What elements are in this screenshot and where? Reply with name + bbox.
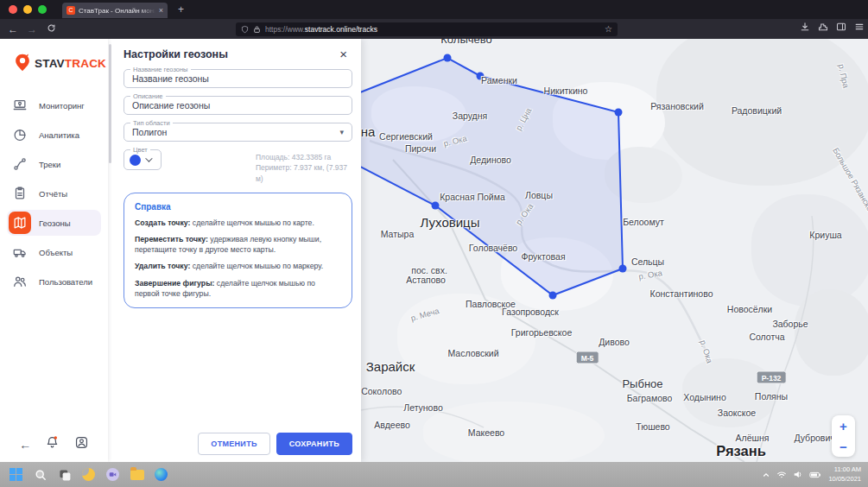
sidebar-item-geozones[interactable]: Геозоны [7, 210, 101, 236]
search-icon[interactable] [33, 467, 48, 482]
map-label: Заокское [718, 408, 756, 418]
map-label: Раменки [481, 75, 517, 85]
clipboard-icon [9, 182, 31, 205]
clock[interactable]: 11:00 AM 10/05/2021 [828, 465, 861, 484]
logo-text: STAVTRACK [35, 57, 106, 70]
area-type-select[interactable]: Тип области Полигон ▾ [124, 123, 352, 142]
tray-date: 10/05/2021 [828, 475, 861, 484]
sidebar-toggle-icon[interactable] [836, 22, 846, 32]
help-item: Переместить точку: удерживая левую кнопк… [135, 234, 341, 255]
reload-button[interactable] [41, 23, 60, 35]
menu-icon[interactable] [854, 22, 865, 32]
tray-expand-icon[interactable] [762, 471, 770, 479]
geozone-description-value: Описание геозоны [132, 100, 344, 111]
geozone-name-field[interactable]: Название геозоны Название геозоны [124, 69, 352, 88]
meet-app-icon[interactable] [105, 467, 120, 482]
map-label: р. Ока [514, 202, 535, 227]
map-label: р. Цна [514, 106, 534, 132]
map-label: Ходынино [683, 392, 725, 402]
browser-tab[interactable]: С СтавТрак - Онлайн мониторин × [62, 3, 168, 18]
help-item: Завершение фигуры: сделайте щелчок мышью… [135, 278, 341, 299]
back-button[interactable]: ← [3, 23, 22, 35]
road-badge: Р-132 [757, 371, 787, 384]
map-label: Зарудня [453, 111, 487, 121]
app-sidebar: STAVTRACK Мониторинг Аналитика Треки [0, 39, 108, 462]
account-icon[interactable] [74, 435, 89, 453]
map-label: р. Ока [442, 133, 467, 148]
area-type-label: Тип области [130, 119, 173, 127]
tab-title: СтавТрак - Онлайн мониторин [79, 7, 155, 15]
sidebar-item-reports[interactable]: Отчёты [7, 180, 101, 206]
new-tab-button[interactable]: + [178, 3, 184, 16]
app-area: КолычевоРаменкиНикиткиноРязановскийРадов… [0, 39, 868, 462]
map-label: Баграмово [627, 393, 673, 403]
color-picker[interactable]: Цвет [124, 149, 162, 170]
window-minimize-button[interactable] [23, 5, 32, 14]
map-label: -Соколово [358, 386, 402, 396]
map-label: Макеево [468, 427, 504, 438]
zoom-out-button[interactable]: − [832, 436, 855, 457]
color-label: Цвет [130, 146, 150, 154]
url-text: https://www.stavtrack.online/tracks [265, 25, 600, 34]
task-view-icon[interactable] [57, 467, 72, 482]
users-icon [9, 270, 31, 293]
map-label: Рязань [716, 443, 766, 459]
downloads-icon[interactable] [800, 22, 810, 32]
sidebar-item-analytics[interactable]: Аналитика [7, 122, 101, 148]
map-label: Колычево [440, 39, 491, 46]
wifi-icon[interactable] [776, 470, 787, 479]
map-label: Рыбное [622, 377, 662, 390]
geozone-description-field[interactable]: Описание Описание геозоны [124, 96, 352, 115]
sidebar-item-objects[interactable]: Объекты [7, 239, 101, 265]
road-badge: М-5 [576, 351, 599, 364]
save-button[interactable]: СОХРАНИТЬ [276, 433, 352, 455]
url-bar[interactable]: https://www.stavtrack.online/tracks ☆ [236, 22, 618, 36]
geozones-map-icon [9, 212, 31, 234]
start-button-icon[interactable] [9, 467, 23, 482]
screen: С СтавТрак - Онлайн мониторин × + ← → ht… [0, 0, 868, 487]
nightlight-app-icon[interactable] [81, 467, 96, 482]
tab-favicon-icon: С [67, 6, 75, 15]
map-label: Новосёлки [727, 304, 772, 314]
extensions-icon[interactable] [818, 22, 828, 32]
window-close-button[interactable] [9, 5, 17, 14]
panel-close-icon[interactable]: × [339, 47, 347, 60]
help-title: Справка [135, 202, 341, 212]
map-label: Дивово [599, 337, 630, 347]
system-tray: 11:00 AM 10/05/2021 [762, 462, 861, 487]
color-swatch[interactable] [130, 155, 141, 166]
sidebar-item-monitoring[interactable]: Мониторинг [7, 92, 101, 118]
map-label: р. Ока [637, 268, 662, 281]
browser-toolbar: ← → https://www.stavtrack.online/tracks … [0, 19, 868, 39]
tray-time: 11:00 AM [828, 465, 861, 475]
bookmark-star-icon[interactable]: ☆ [605, 24, 612, 34]
monitoring-icon [9, 94, 31, 117]
shield-icon[interactable] [241, 25, 249, 34]
panel-scrollbar[interactable] [109, 44, 111, 163]
map-label: Пирочи [405, 143, 436, 154]
map-label: Криуша [809, 230, 841, 240]
map-label: Летуново [403, 402, 443, 413]
sidebar-item-users[interactable]: Пользователи [7, 269, 101, 294]
window-maximize-button[interactable] [38, 5, 47, 14]
edge-browser-icon[interactable] [154, 467, 168, 482]
route-icon [9, 153, 31, 175]
help-box: Справка Создать точку: сделайте щелчок м… [124, 193, 352, 308]
volume-icon[interactable] [793, 470, 803, 479]
forward-button[interactable]: → [22, 23, 41, 35]
analytics-icon [9, 123, 31, 146]
tab-close-icon[interactable]: × [159, 6, 163, 15]
map-label: Красная Пойма [440, 192, 505, 202]
zoom-in-button[interactable]: + [832, 415, 855, 436]
battery-icon[interactable] [809, 471, 821, 479]
map-label: Солотча [749, 332, 784, 342]
area-type-value: Полигон [132, 127, 339, 137]
chevron-down-icon: ▾ [339, 128, 344, 136]
browser-tab-bar: С СтавТрак - Онлайн мониторин × + [0, 0, 868, 19]
file-explorer-icon[interactable] [130, 467, 144, 482]
notifications-bell-icon[interactable] [45, 435, 60, 453]
sidebar-item-tracks[interactable]: Треки [7, 151, 101, 177]
map-label: Дединово [470, 155, 511, 165]
cancel-button[interactable]: ОТМЕНИТЬ [198, 433, 269, 455]
collapse-sidebar-button[interactable]: ← [19, 438, 31, 452]
